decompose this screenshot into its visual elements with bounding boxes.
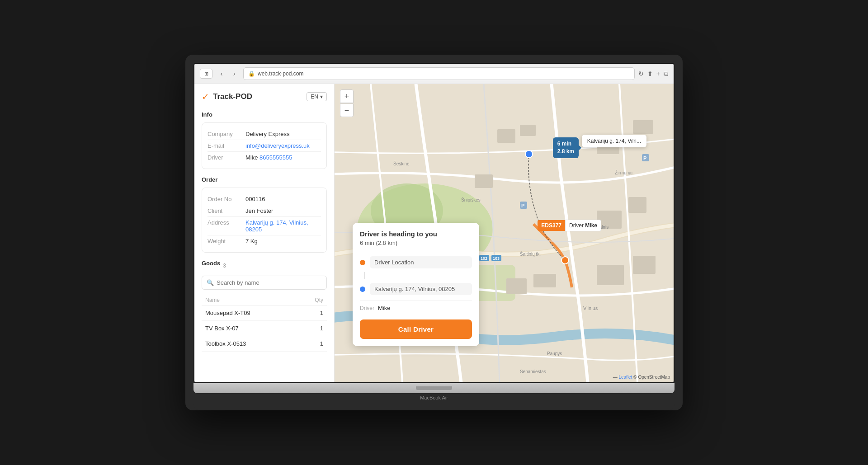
client-label: Client bbox=[208, 207, 240, 214]
svg-point-35 bbox=[561, 257, 569, 264]
svg-rect-4 bbox=[497, 129, 515, 143]
order-card: Order No 000116 Client Jen Foster Addres… bbox=[202, 188, 327, 253]
driver-name: Mike 8655555555 bbox=[245, 154, 292, 161]
browser-chrome: ⊞ ‹ › 🔒 web.track-pod.com ↻ ⬆ + ⧉ bbox=[194, 64, 674, 84]
goods-title: Goods bbox=[202, 260, 220, 267]
svg-text:Vilnius: Vilnius bbox=[583, 305, 598, 311]
panel-eta: 6 min (2.8 km) bbox=[360, 240, 472, 246]
company-label: Company bbox=[208, 131, 240, 137]
url-text: web.track-pod.com bbox=[258, 70, 303, 77]
svg-rect-12 bbox=[533, 274, 556, 287]
driver-panel: Driver is heading to you 6 min (2.8 km) … bbox=[353, 223, 479, 346]
svg-text:102: 102 bbox=[481, 256, 487, 261]
zoom-out-button[interactable]: − bbox=[340, 103, 354, 117]
svg-text:Senamiestas: Senamiestas bbox=[520, 369, 546, 374]
svg-text:Šaltinių tk.: Šaltinių tk. bbox=[520, 251, 541, 257]
driver-plate: EDS377 bbox=[538, 220, 565, 231]
svg-rect-5 bbox=[520, 125, 536, 136]
route-connector bbox=[364, 272, 365, 279]
address-popup: Kalvarijų g. 174, Viln... bbox=[582, 135, 646, 147]
map-attribution: — Leaflet © OpenStreetMap bbox=[613, 375, 670, 380]
address-label: Address bbox=[208, 219, 240, 233]
brand-name: Track-POD bbox=[213, 92, 252, 101]
svg-rect-13 bbox=[597, 265, 624, 285]
laptop-footer bbox=[193, 404, 675, 410]
chevron-down-icon: ▾ bbox=[320, 94, 323, 100]
call-driver-button[interactable]: Call Driver bbox=[360, 319, 472, 339]
back-button[interactable]: ‹ bbox=[216, 68, 227, 79]
dest-label: Kalvarijų g. 174, Vilnius, 08205 bbox=[370, 283, 472, 295]
goods-count: 3 bbox=[223, 263, 226, 269]
svg-text:P: P bbox=[643, 155, 646, 161]
driver-row-name: Mike bbox=[378, 305, 390, 311]
panel-title: Driver is heading to you bbox=[360, 230, 472, 238]
item-name: TV Box X-07 bbox=[202, 321, 298, 336]
driver-label: Driver bbox=[208, 154, 240, 161]
lock-icon: 🔒 bbox=[248, 70, 255, 77]
company-row: Company Delivery Express bbox=[208, 128, 321, 140]
zoom-in-button[interactable]: + bbox=[340, 89, 354, 103]
order-section-title: Order bbox=[202, 176, 327, 183]
order-no-row: Order No 000116 bbox=[208, 193, 321, 205]
search-input[interactable] bbox=[217, 279, 322, 286]
col-name-header: Name bbox=[202, 295, 298, 305]
leaflet-link[interactable]: Leaflet bbox=[618, 375, 632, 380]
lang-selector[interactable]: EN ▾ bbox=[307, 92, 327, 101]
laptop-base bbox=[193, 383, 675, 393]
email-row: E-mail info@deliveryexpress.uk bbox=[208, 140, 321, 152]
table-row: Mousepad X-T09 1 bbox=[202, 305, 327, 321]
address-bar[interactable]: 🔒 web.track-pod.com bbox=[243, 67, 635, 80]
new-tab-icon[interactable]: + bbox=[656, 70, 660, 77]
weight-label: Weight bbox=[208, 238, 240, 244]
map-area: Vilnius Šnipiškės Šaltinių tk. Žirmūnai … bbox=[335, 84, 674, 382]
driver-phone-link[interactable]: 8655555555 bbox=[259, 154, 292, 161]
eta-km: 2.8 km bbox=[557, 148, 574, 155]
sidebar-toggle[interactable]: ⊞ bbox=[200, 69, 212, 79]
weight-value: 7 Kg bbox=[245, 238, 258, 244]
email-link[interactable]: info@deliveryexpress.uk bbox=[245, 142, 310, 149]
forward-button[interactable]: › bbox=[229, 68, 240, 79]
table-row: Toolbox X-0513 1 bbox=[202, 336, 327, 352]
email-label: E-mail bbox=[208, 142, 240, 149]
driver-badge: EDS377 Driver Mike bbox=[538, 220, 601, 231]
client-value: Jen Foster bbox=[245, 207, 273, 214]
osm-label: © OpenStreetMap bbox=[633, 375, 670, 380]
address-link[interactable]: Kalvarijų g. 174, Vilnius, 08205 bbox=[245, 219, 321, 233]
svg-text:Žirmūnai: Žirmūnai bbox=[615, 170, 632, 175]
item-name: Toolbox X-0513 bbox=[202, 336, 298, 352]
driver-badge-name: Driver Mike bbox=[565, 220, 601, 231]
svg-rect-7 bbox=[633, 120, 653, 134]
item-qty: 1 bbox=[298, 336, 327, 352]
address-popup-text: Kalvarijų g. 174, Viln... bbox=[587, 138, 641, 144]
tabs-icon[interactable]: ⧉ bbox=[664, 70, 668, 78]
client-row: Client Jen Foster bbox=[208, 205, 321, 217]
item-name: Mousepad X-T09 bbox=[202, 305, 298, 321]
order-no-value: 000116 bbox=[245, 196, 265, 202]
order-no-label: Order No bbox=[208, 196, 240, 202]
dest-dot bbox=[360, 287, 365, 292]
company-value: Delivery Express bbox=[245, 131, 290, 137]
svg-rect-14 bbox=[633, 256, 656, 274]
svg-point-34 bbox=[525, 150, 533, 158]
goods-table: Name Qty Mousepad X-T09 1 TV Box X-07 1 … bbox=[202, 295, 327, 352]
share-icon[interactable]: ⬆ bbox=[647, 70, 653, 77]
svg-text:Šeškinė: Šeškinė bbox=[393, 161, 410, 166]
svg-text:Paupys: Paupys bbox=[547, 351, 562, 356]
driver-info-row: Driver Mike bbox=[360, 301, 472, 315]
reload-icon[interactable]: ↻ bbox=[638, 70, 644, 77]
leaflet-label: — bbox=[613, 375, 619, 380]
search-box[interactable]: 🔍 bbox=[202, 276, 327, 290]
table-row: TV Box X-07 1 bbox=[202, 321, 327, 336]
col-qty-header: Qty bbox=[298, 295, 327, 305]
browser-actions: ↻ ⬆ + ⧉ bbox=[638, 70, 668, 78]
eta-minutes: 6 min bbox=[557, 140, 574, 148]
map-controls: + − bbox=[340, 89, 354, 117]
sidebar: ✓ Track-POD EN ▾ Info Company Delivery E… bbox=[194, 84, 335, 382]
svg-text:P: P bbox=[521, 203, 524, 208]
brand-icon: ✓ bbox=[202, 91, 209, 102]
svg-text:103: 103 bbox=[493, 256, 500, 261]
info-section-title: Info bbox=[202, 111, 327, 118]
main-area: ✓ Track-POD EN ▾ Info Company Delivery E… bbox=[194, 84, 674, 382]
macbook-label: MacBook Air bbox=[193, 393, 675, 404]
svg-rect-9 bbox=[628, 197, 646, 213]
